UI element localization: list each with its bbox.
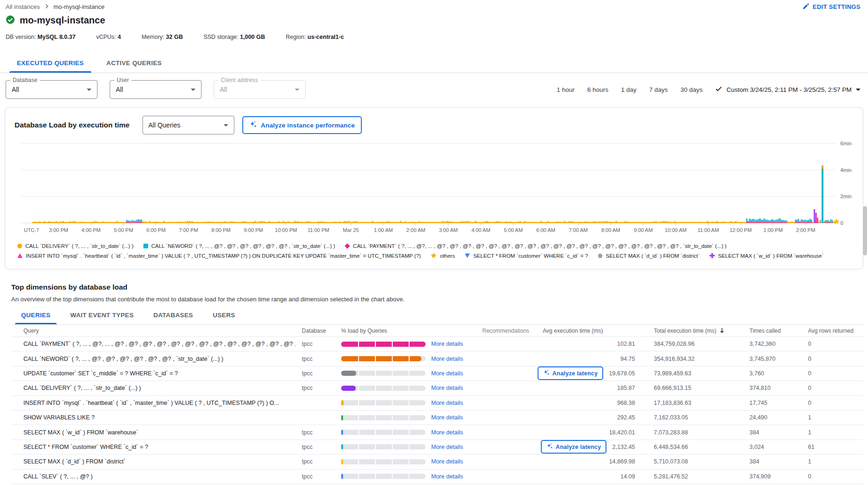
query-cell: CALL `NEWORD` ( ?, ... , @? , @? , @? , … [11,356,295,362]
meta-value: us-central1-c [307,34,344,40]
load-bar-divider [409,415,410,420]
load-bar-divider [358,430,359,435]
total-execution-cell: 354,916,934.32 [640,356,738,362]
more-details-link[interactable]: More details [431,341,463,347]
load-bar-divider [392,474,393,479]
dim-tab-users[interactable]: USERS [203,306,245,324]
instance-meta-row: DB version: MySQL 8.0.37vCPUs: 4Memory: … [0,26,868,40]
analyze-latency-label: Analyze latency [556,444,601,450]
time-range-6-hours[interactable]: 6 hours [587,86,608,93]
more-details-link[interactable]: More details [431,414,463,421]
time-range-1-hour[interactable]: 1 hour [557,86,575,93]
analyze-latency-button[interactable]: Analyze latency [538,366,604,380]
legend-item[interactable]: others [431,253,455,259]
load-bar-divider [375,430,376,435]
dim-tab-wait-event-types[interactable]: WAIT EVENT TYPES [60,306,143,324]
legend-item[interactable]: CALL `DELIVERY` ( ?, ... , `str_to_date`… [17,243,134,249]
load-bar-divider [375,386,376,391]
col-header-recommendations: Recommendations [471,328,539,334]
more-details-link[interactable]: More details [431,444,463,450]
load-bar [341,415,426,420]
analyze-latency-button[interactable]: Analyze latency [541,440,607,454]
col-header-load-by-queries: % load by Queries [337,328,471,334]
top-bar: All instances mo-mysql-instance EDIT SET… [0,0,868,11]
filter-label: User [114,77,131,83]
more-details-link[interactable]: More details [431,473,463,480]
total-execution-cell: 5,710,073.08 [640,458,738,465]
legend-item[interactable]: CALL `NEWORD` ( ?, ... , @? , @? , @? , … [143,243,335,249]
svg-text:5:00 AM: 5:00 AM [504,227,523,233]
scrollbar-thumb[interactable] [863,206,867,255]
load-bar-fill [341,342,426,347]
load-bar-divider [409,371,410,376]
dim-tab-queries[interactable]: QUERIES [11,306,60,324]
filter-select-database[interactable]: DatabaseAll [6,80,97,99]
more-details-link[interactable]: More details [431,400,463,406]
analyze-instance-performance-label: Analyze instance performance [261,122,355,129]
legend-item[interactable]: SELECT * FROM `customer` WHERE `c_id` = … [465,253,588,259]
time-range-1-day[interactable]: 1 day [621,86,636,93]
load-bar-divider [358,459,359,464]
load-bar-divider [358,415,359,420]
query-tabs: EXECUTED QUERIES ACTIVE QUERIES [0,53,868,73]
svg-text:7:00 PM: 7:00 PM [179,227,198,233]
total-execution-cell: 73,989,459.63 [640,370,738,377]
dim-tab-databases[interactable]: DATABASES [143,306,203,324]
total-execution-cell: 7,162,033.05 [640,414,738,421]
meta-value: MySQL 8.0.37 [37,34,75,40]
avg-rows-cell: 0 [804,400,863,406]
filter-label: Client address [218,77,261,83]
col-header-label: Database [302,328,326,334]
instance-meta-region: Region: us-central1-c [286,34,344,40]
svg-text:1:00 AM: 1:00 AM [374,227,393,233]
avg-execution-cell: 14,869.98 [539,458,640,465]
more-details-link[interactable]: More details [431,458,463,465]
table-row: INSERT INTO `mysql` . `heartbeat` ( `id`… [11,396,863,410]
filter-select-user[interactable]: UserAll [110,80,202,99]
edit-settings-button[interactable]: EDIT SETTINGS [803,3,861,11]
load-bar [341,459,426,464]
legend-item[interactable]: SELECT MAX ( `w_id` ) FROM `warehouse` [710,253,823,259]
breadcrumb-all-instances[interactable]: All instances [6,3,40,10]
more-details-link[interactable]: More details [431,385,463,391]
query-cell: UPDATE `customer` SET `c_middle` = ? WHE… [11,370,295,377]
tab-active-queries[interactable]: ACTIVE QUERIES [95,53,173,73]
database-cell: tpcc [295,444,337,450]
legend-marker-pentagon-icon [598,254,603,258]
database-load-chart-title: Database Load by execution time [15,121,130,129]
database-cell: tpcc [295,473,337,480]
load-bar-divider [375,342,376,347]
load-bar-divider [375,474,376,479]
time-range-7-days[interactable]: 7 days [649,86,668,93]
load-bar-divider [375,356,376,361]
legend-marker-square-icon [143,244,148,248]
more-details-link[interactable]: More details [431,429,463,436]
more-details-link[interactable]: More details [431,370,463,377]
query-cell: SELECT MAX ( `w_id` ) FROM `warehouse` [11,429,295,436]
more-details-link[interactable]: More details [431,356,463,362]
table-body: CALL `PAYMENT` ( ?, ... , @?, ... , @? ,… [11,337,863,484]
top-dimensions-section: Top dimensions by database load An overv… [0,283,868,484]
avg-execution-cell: 102.81 [539,341,640,347]
chevron-down-icon [87,89,91,91]
sparkle-icon [543,369,550,377]
breadcrumb: All instances mo-mysql-instance [6,3,105,11]
load-bar-divider [409,386,410,391]
avg-execution-value: 185.87 [617,385,635,391]
tab-executed-queries[interactable]: EXECUTED QUERIES [6,53,95,73]
query-filter-select[interactable]: All Queries [142,116,234,134]
legend-row: CALL `DELIVERY` ( ?, ... , `str_to_date`… [17,241,851,251]
custom-time-range[interactable]: Custom 3/24/25, 2:11 PM - 3/25/25, 2:57 … [715,85,861,94]
col-header-total-execution-time-ms[interactable]: Total execution time (ms) [640,327,738,334]
load-bar [341,342,426,347]
legend-marker-circle-icon [17,244,22,248]
query-cell: CALL `SLEV` ( ?, ... , @? ) [11,473,295,480]
analyze-instance-performance-button[interactable]: Analyze instance performance [242,116,362,134]
legend-item[interactable]: CALL `PAYMENT` ( ?, ... , @?, ... , @? ,… [345,243,726,249]
instance-meta-db-version: DB version: MySQL 8.0.37 [6,34,75,40]
time-range-30-days[interactable]: 30 days [681,86,703,93]
legend-item[interactable]: INSERT INTO `mysql` . `heartbeat` ( `id`… [17,253,421,259]
filter-value: All [116,86,191,93]
legend-item[interactable]: SELECT MAX ( `d_id` ) FROM `district` [598,253,700,259]
db-load-chart[interactable]: 6min4min2min0UTC-73:00 PM4:00 PM5:00 PM6… [15,139,853,240]
